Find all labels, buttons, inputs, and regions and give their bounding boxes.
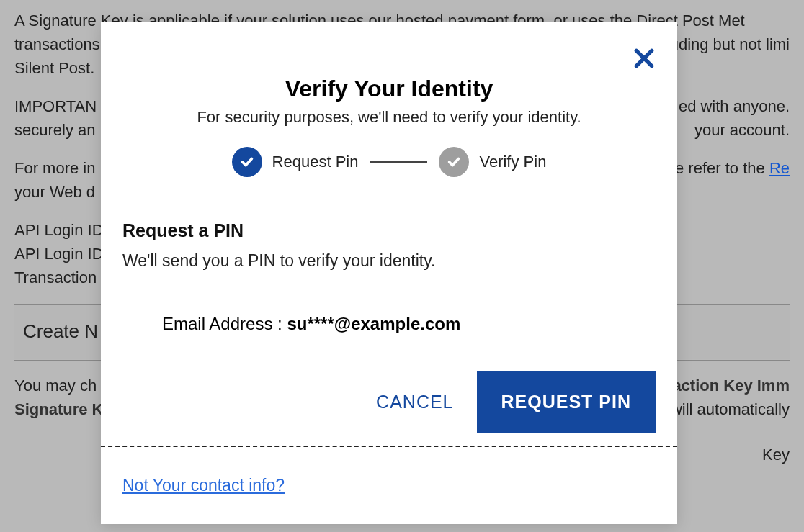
bg-text: Key <box>762 446 790 464</box>
bg-text: your Web d <box>14 183 95 201</box>
verify-identity-modal: Verify Your Identity For security purpos… <box>101 22 677 524</box>
request-pin-button[interactable]: REQUEST PIN <box>477 371 656 433</box>
modal-subtitle: For security purposes, we'll need to ver… <box>122 108 656 127</box>
steps-indicator: Request Pin Verify Pin <box>122 147 656 177</box>
section-description: We'll send you a PIN to verify your iden… <box>122 251 656 271</box>
modal-title: Verify Your Identity <box>122 76 656 102</box>
email-label: Email Address : <box>162 314 287 333</box>
bg-text: uding but not limi <box>670 32 790 56</box>
bg-text: se refer to the <box>667 159 769 177</box>
bg-text: Silent Post. <box>14 59 94 77</box>
section-title: Request a PIN <box>122 220 656 241</box>
close-button[interactable] <box>633 47 656 70</box>
not-your-contact-link[interactable]: Not Your contact info? <box>122 476 285 495</box>
check-icon <box>239 154 255 170</box>
bg-text: You may ch <box>14 377 97 395</box>
step-request-pin: Request Pin <box>232 147 359 177</box>
bg-text: will automatically <box>671 397 790 421</box>
email-value: su****@example.com <box>287 314 460 333</box>
bg-text: Signature K <box>14 400 103 418</box>
bg-text: your account. <box>694 118 790 142</box>
bg-text: API Login ID <box>14 221 104 239</box>
step-label: Request Pin <box>272 153 359 171</box>
step-connector <box>370 161 427 163</box>
button-row: CANCEL REQUEST PIN <box>122 371 656 433</box>
bg-text: saction Key Imm <box>664 374 790 397</box>
check-icon <box>446 154 462 170</box>
bg-text: securely an <box>14 121 96 139</box>
bg-text: transactions <box>14 35 100 53</box>
step-verify-pin: Verify Pin <box>439 147 546 177</box>
step-label: Verify Pin <box>479 153 546 171</box>
step-circle-active <box>232 147 262 177</box>
step-circle-inactive <box>439 147 469 177</box>
bg-text: API Login ID <box>14 245 104 263</box>
create-label: Create N <box>23 320 98 342</box>
bg-text: Transaction <box>14 269 97 287</box>
bg-text: For more in <box>14 159 95 177</box>
email-row: Email Address : su****@example.com <box>162 314 656 334</box>
bg-text: IMPORTAN <box>14 97 97 115</box>
close-icon <box>633 47 656 70</box>
bg-link[interactable]: Re <box>769 159 790 177</box>
cancel-button[interactable]: CANCEL <box>376 392 453 412</box>
divider-dashed <box>101 446 677 447</box>
bg-text: ed with anyone. <box>679 94 790 118</box>
